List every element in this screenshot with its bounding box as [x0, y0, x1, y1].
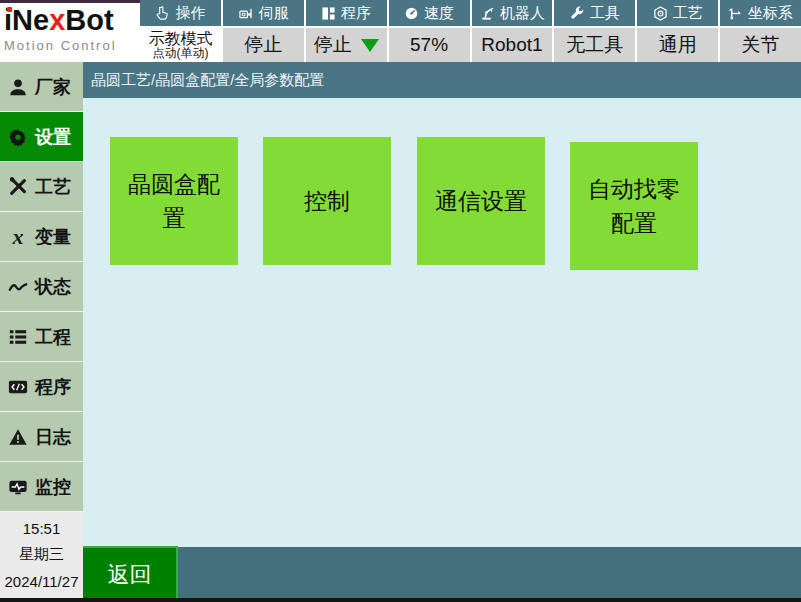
robot-display[interactable]: Robot1 [472, 28, 553, 62]
sidebar-item-log[interactable]: 日志 [0, 412, 83, 462]
tool-value: 无工具 [566, 32, 623, 58]
sidebar-item-label: 监控 [35, 475, 71, 499]
column-tool: 工具 无工具 [552, 0, 635, 62]
screen-edge-strip [0, 598, 801, 602]
tab-craft[interactable]: 工艺 [637, 0, 718, 26]
sidebar-item-label: 变量 [35, 225, 71, 249]
wrench-icon [570, 6, 585, 21]
hexagon-craft-icon [653, 6, 668, 21]
servo-icon [238, 6, 254, 21]
tab-label: 机器人 [500, 4, 545, 23]
gear-icon [7, 126, 29, 148]
communication-settings-button[interactable]: 通信设置 [417, 137, 545, 265]
button-label: 通信设置 [435, 184, 527, 219]
tab-label: 速度 [424, 4, 454, 23]
robot-arm-icon [479, 6, 495, 21]
tab-coords[interactable]: 坐标系 [720, 0, 801, 26]
coord-value: 关节 [742, 32, 780, 58]
craft-value: 通用 [659, 32, 697, 58]
code-icon [7, 376, 29, 398]
variable-x-icon: x [7, 226, 29, 248]
sidebar: 厂家 设置 工艺 x 变量 状态 [0, 62, 83, 512]
auto-zero-config-button[interactable]: 自动找零配置 [570, 142, 698, 270]
sidebar-item-status[interactable]: 状态 [0, 262, 83, 312]
hmi-screen: iNexBot Motion Control 操作 示教模式 点动(单动) 伺服 [0, 0, 801, 602]
sidebar-item-craft[interactable]: 工艺 [0, 162, 83, 212]
tool-display[interactable]: 无工具 [554, 28, 635, 62]
tab-program[interactable]: 程序 [306, 0, 387, 26]
program-state: 停止 [314, 32, 352, 58]
crossed-tools-icon [7, 176, 29, 198]
mode-display[interactable]: 示教模式 点动(单动) [140, 28, 221, 62]
column-operation: 操作 示教模式 点动(单动) [140, 0, 221, 62]
header-bar: 操作 示教模式 点动(单动) 伺服 停止 程序 [140, 0, 801, 62]
coord-display[interactable]: 关节 [720, 28, 801, 62]
footer-bar: 返回 [83, 547, 801, 602]
tab-speed[interactable]: 速度 [389, 0, 470, 26]
blocks-icon [321, 6, 336, 21]
sidebar-item-label: 程序 [35, 375, 71, 399]
brand-title: iNexBot [4, 6, 140, 35]
main-content: 晶圆盒配置 控制 通信设置 自动找零配置 [83, 98, 801, 547]
sidebar-item-settings[interactable]: 设置 [0, 112, 83, 162]
logo-dot [7, 7, 12, 12]
tab-operation[interactable]: 操作 [140, 0, 221, 26]
hand-icon [155, 6, 170, 21]
column-servo: 伺服 停止 [221, 0, 304, 62]
sidebar-item-monitor[interactable]: 监控 [0, 462, 83, 512]
clock-weekday: 星期三 [19, 545, 64, 564]
sidebar-item-project[interactable]: 工程 [0, 312, 83, 362]
sidebar-item-label: 工艺 [35, 175, 71, 199]
tab-robot[interactable]: 机器人 [472, 0, 553, 26]
sidebar-item-label: 状态 [35, 275, 71, 299]
tab-label: 工具 [590, 4, 620, 23]
brand-suffix: Bot [65, 4, 113, 36]
sidebar-item-label: 工程 [35, 325, 71, 349]
column-program: 程序 停止 [304, 0, 387, 62]
sidebar-item-label: 日志 [35, 425, 71, 449]
wave-icon [7, 276, 29, 298]
servo-state: 停止 [244, 32, 282, 58]
sidebar-item-label: 厂家 [35, 75, 71, 99]
monitor-icon [7, 476, 29, 498]
clock-date: 2024/11/27 [5, 573, 79, 590]
mode-line1: 示教模式 [148, 30, 212, 48]
servo-state-display[interactable]: 停止 [223, 28, 304, 62]
logo: iNexBot Motion Control [0, 0, 140, 62]
wafer-box-config-button[interactable]: 晶圆盒配置 [110, 137, 238, 265]
tab-label: 工艺 [673, 4, 703, 23]
control-button[interactable]: 控制 [263, 137, 391, 265]
person-icon [7, 76, 29, 98]
tab-label: 坐标系 [748, 4, 793, 23]
brand-accent: x [49, 4, 65, 36]
breadcrumb: 晶圆工艺/晶圆盒配置/全局参数配置 [83, 62, 801, 98]
column-robot: 机器人 Robot1 [470, 0, 553, 62]
sidebar-item-variables[interactable]: x 变量 [0, 212, 83, 262]
coordinate-axes-icon [728, 6, 743, 21]
button-label: 自动找零配置 [578, 172, 690, 241]
tab-tool[interactable]: 工具 [554, 0, 635, 26]
tab-servo[interactable]: 伺服 [223, 0, 304, 26]
column-craft: 工艺 通用 [635, 0, 718, 62]
tab-label: 程序 [341, 4, 371, 23]
speed-display[interactable]: 57% [389, 28, 470, 62]
robot-value: Robot1 [481, 34, 542, 56]
clock-panel: 15:51 星期三 2024/11/27 [0, 512, 83, 598]
clock-time: 15:51 [23, 520, 61, 537]
speed-value: 57% [410, 34, 448, 56]
list-icon [7, 326, 29, 348]
tab-label: 伺服 [259, 4, 289, 23]
tab-label: 操作 [175, 4, 205, 23]
brand-subtitle: Motion Control [4, 38, 140, 53]
program-state-display[interactable]: 停止 [306, 28, 387, 62]
sidebar-item-program[interactable]: 程序 [0, 362, 83, 412]
craft-display[interactable]: 通用 [637, 28, 718, 62]
column-speed: 速度 57% [387, 0, 470, 62]
button-label: 晶圆盒配置 [118, 167, 230, 236]
back-button[interactable]: 返回 [83, 546, 178, 602]
sidebar-item-factory[interactable]: 厂家 [0, 62, 83, 112]
dropdown-triangle-icon[interactable] [361, 39, 379, 52]
mode-line2: 点动(单动) [152, 47, 208, 60]
breadcrumb-text: 晶圆工艺/晶圆盒配置/全局参数配置 [91, 71, 324, 90]
warning-triangle-icon [7, 426, 29, 448]
